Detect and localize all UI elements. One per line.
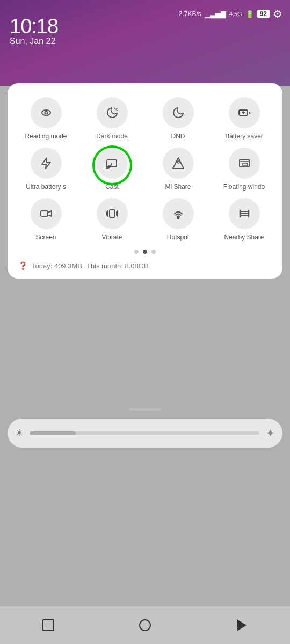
brightness-slider-row[interactable]: ☀ ✦	[8, 419, 282, 448]
ultra-battery-icon-circle	[31, 148, 62, 179]
dnd-moon-icon	[172, 106, 185, 119]
qs-item-cast[interactable]: Cast	[79, 143, 145, 194]
nearby-share-icon	[238, 207, 251, 220]
reading-mode-label: Reading mode	[25, 133, 67, 140]
status-date: Sun, Jan 22	[10, 36, 55, 46]
qs-item-floating-window[interactable]: Floating windo	[211, 143, 277, 194]
svg-point-1	[45, 112, 47, 114]
nearby-share-label: Nearby Share	[224, 233, 264, 241]
mi-share-icon-circle	[163, 148, 194, 179]
svg-marker-9	[42, 158, 50, 169]
vibrate-icon-circle	[97, 198, 128, 229]
status-right-area: 2.7KB/s ▁▃▅▇ 4.5G 🔋 92 ⚙	[179, 8, 282, 20]
cast-icon	[106, 157, 119, 170]
dnd-icon-circle	[163, 97, 194, 128]
network-speed: 2.7KB/s	[179, 10, 201, 18]
dark-mode-icon	[106, 106, 119, 119]
flash-icon	[40, 157, 53, 170]
qs-item-reading-mode[interactable]: Reading mode	[13, 93, 79, 143]
floating-window-icon	[238, 157, 251, 170]
dot-1[interactable]	[134, 250, 139, 254]
ultra-battery-label: Ultra battery s	[26, 183, 66, 191]
hotspot-icon	[172, 207, 185, 220]
cast-label: Cast	[105, 183, 119, 191]
back-button[interactable]	[231, 614, 252, 636]
quick-settings-panel: Reading mode Dark mode DND	[8, 83, 282, 279]
video-icon	[40, 207, 53, 220]
status-time: 10:18	[10, 15, 58, 38]
svg-rect-18	[110, 210, 115, 217]
recents-icon	[42, 619, 54, 631]
qs-item-mi-share[interactable]: Mi Share	[145, 143, 211, 194]
back-icon	[237, 619, 247, 631]
panel-handle	[129, 408, 161, 411]
dark-mode-label: Dark mode	[96, 133, 128, 140]
svg-point-23	[177, 217, 179, 219]
floating-window-label: Floating windo	[223, 183, 265, 191]
dark-mode-icon-circle	[97, 97, 128, 128]
vibrate-icon	[106, 207, 119, 220]
mi-share-icon	[172, 157, 185, 170]
qs-grid: Reading mode Dark mode DND	[13, 93, 277, 244]
svg-point-13	[177, 161, 179, 163]
qs-item-screen-recorder[interactable]: Screen	[13, 194, 79, 244]
qs-item-vibrate[interactable]: Vibrate	[79, 194, 145, 244]
svg-rect-16	[41, 211, 48, 216]
navigation-bar	[0, 606, 290, 644]
screen-recorder-label: Screen	[35, 233, 56, 241]
data-usage-today: Today: 409.3MB	[32, 262, 82, 270]
brightness-fill	[30, 431, 76, 435]
qs-item-battery-saver[interactable]: Battery saver	[211, 93, 277, 143]
data-usage-row: ❓ Today: 409.3MB This month: 8.08GB	[13, 261, 277, 270]
hotspot-label: Hotspot	[167, 233, 189, 241]
battery-plus-icon	[238, 106, 251, 119]
battery-saver-icon-circle	[229, 97, 260, 128]
recents-button[interactable]	[38, 614, 59, 636]
dot-2[interactable]	[143, 250, 147, 254]
dnd-label: DND	[171, 133, 185, 140]
svg-line-4	[116, 108, 117, 109]
svg-rect-15	[243, 163, 248, 166]
brightness-high-icon: ✦	[266, 427, 275, 440]
network-type: 4.5G	[229, 11, 242, 17]
signal-icon: ▁▃▅▇	[205, 10, 226, 18]
qs-item-dark-mode[interactable]: Dark mode	[79, 93, 145, 143]
brightness-low-icon: ☀	[15, 427, 24, 439]
data-usage-month: This month: 8.08GB	[86, 262, 149, 270]
battery-icon: 🔋	[245, 10, 254, 18]
brightness-track[interactable]	[30, 431, 259, 435]
nearby-share-icon-circle	[229, 198, 260, 229]
qs-item-hotspot[interactable]: Hotspot	[145, 194, 211, 244]
settings-icon[interactable]: ⚙	[273, 8, 282, 20]
battery-percentage: 92	[257, 10, 270, 18]
cast-icon-circle	[97, 148, 128, 179]
home-icon	[139, 619, 151, 631]
home-button[interactable]	[134, 614, 156, 636]
page-dots	[13, 250, 277, 254]
data-usage-icon: ❓	[18, 261, 27, 270]
vibrate-label: Vibrate	[102, 233, 122, 241]
reading-mode-icon-circle	[31, 97, 62, 128]
eye-icon	[40, 106, 53, 119]
battery-saver-label: Battery saver	[225, 133, 263, 140]
mi-share-label: Mi Share	[165, 183, 191, 191]
screen-recorder-icon-circle	[31, 198, 62, 229]
qs-item-nearby-share[interactable]: Nearby Share	[211, 194, 277, 244]
svg-marker-17	[48, 211, 52, 216]
hotspot-icon-circle	[163, 198, 194, 229]
dot-3[interactable]	[151, 250, 156, 254]
qs-item-dnd[interactable]: DND	[145, 93, 211, 143]
floating-window-icon-circle	[229, 148, 260, 179]
svg-rect-10	[107, 160, 117, 167]
qs-item-ultra-battery[interactable]: Ultra battery s	[13, 143, 79, 194]
